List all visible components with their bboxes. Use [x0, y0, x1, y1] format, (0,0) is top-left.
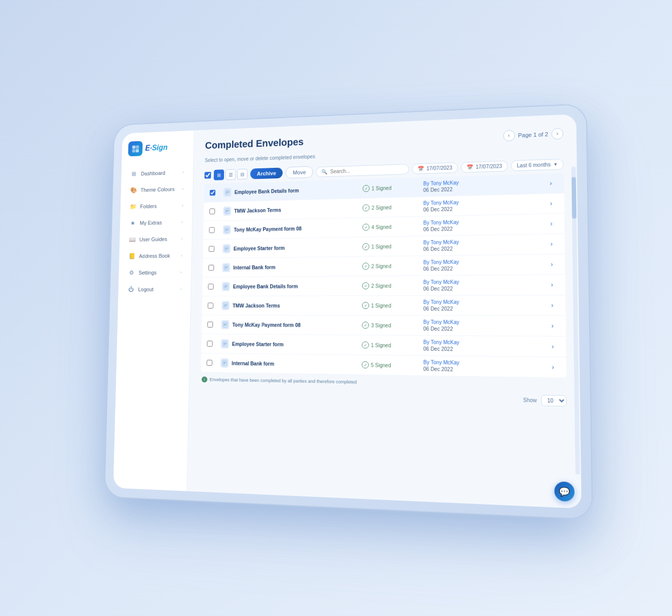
list-view-button[interactable]: ☰	[226, 169, 236, 180]
sidebar-item-address-book[interactable]: 📒 Address Book ›	[122, 247, 189, 264]
meta-col: By Tony McKay 06 Dec 2022	[423, 198, 497, 213]
signed-icon: ✓	[363, 224, 370, 231]
table-view-button[interactable]: ⊟	[237, 169, 248, 180]
archive-button[interactable]: Archive	[250, 167, 283, 179]
signed-count: 2 Signed	[372, 204, 392, 211]
doc-name: Internal Bank form	[232, 360, 274, 366]
signed-count: 1 Signed	[371, 302, 391, 308]
signed-count: 5 Signed	[371, 362, 391, 368]
table-row[interactable]: Tony McKay Payment form 08 ✓ 3 Signed By…	[201, 316, 566, 337]
chevron-right-icon: ›	[181, 220, 183, 225]
sidebar-item-my-extras[interactable]: ★ My Extras ›	[123, 214, 189, 232]
signed-icon: ✓	[362, 282, 369, 289]
doc-name: Tony McKay Payment form 08	[233, 322, 301, 328]
nav-item-left: 📖 User Guides	[129, 235, 167, 243]
row-checkbox[interactable]	[206, 360, 212, 366]
signed-icon: ✓	[362, 322, 369, 329]
logo-text: E·Sign	[145, 143, 168, 152]
signed-icon: ✓	[362, 342, 369, 349]
date-from-filter[interactable]: 📅 17/07/2023	[412, 162, 458, 174]
doc-name: Employee Bank Details form	[235, 188, 299, 195]
spacer	[496, 183, 544, 185]
row-chevron-icon[interactable]: ›	[545, 301, 558, 309]
row-checkbox[interactable]	[208, 265, 214, 271]
period-filter[interactable]: Last 6 months ▼	[511, 158, 564, 171]
doc-name: TMW Jackson Terms	[234, 207, 281, 214]
signed-cell: ✓ 2 Signed	[362, 282, 423, 289]
document-icon	[222, 263, 230, 272]
sidebar: E·Sign ⊞ Dashboard › 🎨 Theme Colours › 📁…	[113, 131, 194, 491]
row-chevron-icon[interactable]: ›	[546, 343, 559, 350]
search-input[interactable]	[330, 166, 404, 174]
row-chevron-icon[interactable]: ›	[545, 240, 558, 248]
prev-page-button[interactable]: ‹	[503, 130, 515, 141]
sidebar-item-theme-colours[interactable]: 🎨 Theme Colours ›	[124, 180, 190, 198]
logo: E·Sign	[122, 139, 194, 166]
envelope-list: Employee Bank Details form ✓ 1 Signed By…	[201, 173, 567, 378]
table-row[interactable]: TMW Jackson Terms ✓ 1 Signed By Tony McK…	[202, 295, 566, 316]
doc-cell: Employee Bank Details form	[222, 281, 362, 291]
signed-cell: ✓ 3 Signed	[362, 322, 423, 329]
search-box: 🔍	[316, 164, 409, 177]
scrollbar-thumb[interactable]	[572, 177, 577, 219]
by-cell: By Tony McKay	[423, 299, 497, 304]
document-icon	[223, 226, 231, 235]
table-row[interactable]: Employee Bank Details form ✓ 2 Signed By…	[202, 275, 566, 296]
signed-icon: ✓	[362, 302, 369, 309]
row-chevron-icon[interactable]: ›	[545, 281, 558, 289]
document-icon	[222, 282, 230, 291]
main-content: Completed Envelopes ‹ Page 1 of 2 › Sele…	[187, 114, 582, 508]
sidebar-item-logout[interactable]: ⏻ Logout ›	[121, 281, 188, 297]
row-chevron-icon[interactable]: ›	[544, 200, 557, 208]
date-cell: 06 Dec 2022	[423, 206, 497, 213]
view-toggles: ⊞ ☰ ⊟	[214, 169, 248, 180]
row-chevron-icon[interactable]: ›	[545, 220, 558, 228]
row-checkbox[interactable]	[209, 209, 215, 215]
row-checkbox[interactable]	[210, 190, 215, 196]
row-checkbox[interactable]	[207, 341, 212, 347]
date-to-filter[interactable]: 📅 17/07/2023	[461, 160, 508, 172]
signed-icon: ✓	[362, 263, 369, 270]
sidebar-item-user-guides[interactable]: 📖 User Guides ›	[122, 231, 189, 248]
select-all-checkbox[interactable]	[204, 172, 211, 179]
sidebar-item-settings[interactable]: ⚙ Settings ›	[122, 264, 189, 281]
row-checkbox[interactable]	[209, 227, 214, 233]
sidebar-item-label: My Extras	[140, 220, 162, 226]
pagination: ‹ Page 1 of 2 ›	[503, 128, 564, 141]
svg-rect-3	[136, 149, 139, 153]
nav-item-left: 📒 Address Book	[128, 252, 170, 260]
sidebar-item-folders[interactable]: 📁 Folders ›	[123, 197, 190, 215]
spacer	[497, 367, 546, 367]
spacer	[496, 224, 544, 225]
folders-icon: 📁	[130, 203, 137, 211]
row-checkbox[interactable]	[209, 246, 214, 252]
move-button[interactable]: Move	[286, 166, 313, 179]
next-page-button[interactable]: ›	[551, 128, 564, 139]
row-checkbox[interactable]	[207, 302, 213, 309]
show-select[interactable]: 10 25 50	[541, 395, 567, 406]
date-cell: 06 Dec 2022	[423, 185, 496, 193]
doc-cell: Tony McKay Payment form 08	[221, 320, 362, 330]
spacer	[497, 244, 545, 245]
svg-rect-2	[132, 149, 135, 153]
nav-item-left: 🎨 Theme Colours	[130, 185, 174, 194]
grid-view-button[interactable]: ⊞	[214, 169, 225, 180]
meta-col: By Tony McKay 06 Dec 2022	[423, 299, 497, 312]
by-cell: By Tony McKay	[423, 239, 497, 245]
table-row[interactable]: Internal Bank form ✓ 2 Signed By Tony Mc…	[202, 254, 565, 277]
row-checkbox[interactable]	[207, 322, 213, 328]
row-chevron-icon[interactable]: ›	[544, 179, 557, 187]
by-cell: By Tony McKay	[423, 359, 498, 366]
document-icon	[223, 207, 231, 216]
row-chevron-icon[interactable]: ›	[546, 322, 559, 330]
date-cell: 06 Dec 2022	[423, 306, 497, 312]
row-checkbox[interactable]	[208, 284, 213, 290]
doc-cell: TMW Jackson Terms	[221, 301, 362, 310]
meta-col: By Tony McKay 06 Dec 2022	[423, 179, 496, 193]
meta-col: By Tony McKay 06 Dec 2022	[423, 339, 497, 352]
row-chevron-icon[interactable]: ›	[545, 261, 558, 268]
row-chevron-icon[interactable]: ›	[546, 364, 560, 371]
signed-icon: ✓	[363, 185, 370, 192]
info-icon: i	[201, 376, 207, 382]
sidebar-item-dashboard[interactable]: ⊞ Dashboard ›	[124, 164, 191, 182]
